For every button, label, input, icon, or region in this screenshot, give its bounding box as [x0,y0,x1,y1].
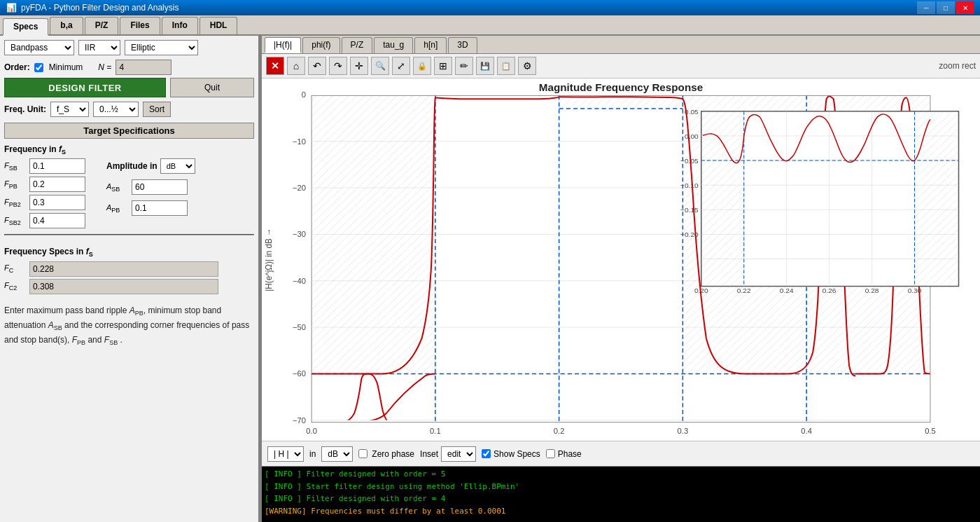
svg-text:0.20: 0.20 [694,287,708,294]
svg-rect-66 [915,111,959,287]
order-row: Order: Minimum N = [4,60,254,75]
sort-button[interactable]: Sort [143,102,171,117]
svg-text:0.3: 0.3 [678,427,689,435]
zero-phase-group: Zero phase [358,449,414,459]
design-filter-row: DESIGN FILTER Quit [4,78,254,97]
order-n-input[interactable] [115,60,172,75]
plot-tab-hn[interactable]: h[n] [414,37,447,53]
freq-unit-select[interactable]: f_S f_Nyq Hz [50,102,89,117]
quit-button[interactable]: Quit [170,78,254,97]
minimize-button[interactable]: ─ [917,1,935,14]
fpb2-input[interactable] [29,195,85,210]
tab-info[interactable]: Info [162,17,198,34]
log-line-2: [ INFO ] Start filter design using metho… [265,481,977,493]
toolbar-move-button[interactable]: ✛ [350,57,368,75]
toolbar-save-button[interactable]: 💾 [476,57,494,75]
asb-input[interactable] [132,179,188,195]
design-filter-button[interactable]: DESIGN FILTER [4,78,166,97]
order-label: Order: [4,62,30,72]
amp-item-asb: ASB [106,179,195,195]
fc2-input[interactable] [29,279,218,294]
frequency-label: Frequency in fS [4,144,254,156]
tab-pz-top[interactable]: P/Z [85,17,119,34]
freq-range-select[interactable]: 0...½ 0...1 -½...½ [93,102,139,117]
fpb2-label: FPB2 [4,198,27,208]
toolbar-pen-button[interactable]: ✏ [455,57,473,75]
maximize-button[interactable]: □ [937,1,955,14]
tab-ba[interactable]: b,a [50,17,83,34]
svg-text:0.1: 0.1 [430,427,441,435]
inset-group: Inset edit off on [420,446,476,462]
order-minimum-checkbox[interactable] [34,63,43,72]
close-button[interactable]: ✕ [956,1,974,14]
toolbar-lock-button[interactable]: 🔒 [413,57,431,75]
show-specs-checkbox[interactable] [482,449,491,458]
show-specs-label: Show Specs [493,449,540,459]
title-bar: 📊 pyFDA - Python Filter Design and Analy… [0,0,980,15]
tab-hdl[interactable]: HDL [200,17,238,34]
db-select[interactable]: dB V W [321,446,353,462]
zero-phase-checkbox[interactable] [358,449,368,458]
fc-input[interactable] [29,261,218,277]
phase-checkbox[interactable] [546,449,555,458]
filter-selector-row: Bandpass Lowpass Highpass Bandstop IIR F… [4,40,254,55]
toolbar-settings-button[interactable]: ⚙ [518,57,536,75]
zero-phase-label: Zero phase [372,449,414,459]
fsb-input[interactable] [29,158,85,174]
phase-group: Phase [546,449,582,459]
toolbar-grid-button[interactable]: ⊞ [434,57,452,75]
toolbar-zoom2-button[interactable]: ⤢ [392,57,410,75]
amplitude-unit-select[interactable]: dBVW [160,158,195,174]
phase-label: Phase [558,449,582,459]
amplitude-row: Amplitude in dBVW [106,158,195,174]
toolbar-home-button[interactable]: ⌂ [287,57,305,75]
plot-tab-phif[interactable]: phi(f) [302,37,340,53]
target-specs-header: Target Specifications [4,123,254,139]
body-container: Bandpass Lowpass Highpass Bandstop IIR F… [0,36,980,522]
log-panel[interactable]: [ INFO ] Filter designed with order = 5 … [262,466,980,522]
toolbar-zoom-button[interactable]: 🔍 [371,57,389,75]
toolbar-clear-button[interactable]: ✕ [266,57,284,75]
apb-input[interactable] [132,200,188,216]
plot-area: Magnitude Frequency Response [262,78,980,441]
app-container: Specs b,a P/Z Files Info HDL Bandpass Lo… [0,15,980,522]
filter-type-select[interactable]: Bandpass Lowpass Highpass Bandstop [4,40,74,55]
inset-select[interactable]: edit off on [441,446,476,462]
main-plot-svg: Magnitude Frequency Response [262,78,980,441]
plot-tab-3d[interactable]: 3D [448,37,477,53]
freq-specs-section: Frequency Specs in fS FC FC2 [4,247,254,294]
svg-text:0.2: 0.2 [554,427,565,435]
window-title: pyFDA - Python Filter Design and Analysi… [21,3,917,13]
h-select[interactable]: | H | H [267,446,304,462]
fpb-input[interactable] [29,177,85,192]
filter-design-select[interactable]: Elliptic Butterworth Chebyshev 1 Chebysh… [125,40,198,55]
tab-specs[interactable]: Specs [3,18,48,36]
svg-text:−0.05: −0.05 [680,157,699,165]
filter-method-select[interactable]: IIR FIR [78,40,120,55]
svg-text:−70: −70 [293,416,306,425]
app-icon: 📊 [6,2,17,13]
show-specs-group: Show Specs [482,449,540,459]
amplitude-label: Amplitude in [106,161,158,171]
toolbar-forward-button[interactable]: ↷ [329,57,347,75]
plot-toolbar: ✕ ⌂ ↶ ↷ ✛ 🔍 ⤢ 🔒 ⊞ ✏ 💾 📋 ⚙ zoom rect [262,54,980,78]
svg-text:0.28: 0.28 [865,287,879,294]
right-panel: |H(f)| phi(f) P/Z tau_g h[n] 3D ✕ ⌂ ↶ ↷ … [262,36,980,522]
toolbar-copy-button[interactable]: 📋 [497,57,515,75]
svg-text:0.22: 0.22 [737,287,751,294]
svg-text:−0.10: −0.10 [680,181,699,189]
fsb-label: FSB [4,161,27,172]
fsb2-input[interactable] [29,213,85,228]
window-controls[interactable]: ─ □ ✕ [917,1,974,14]
plot-tab-hf[interactable]: |H(f)| [265,37,301,53]
freq-unit-row: Freq. Unit: f_S f_Nyq Hz 0...½ 0...1 -½.… [4,102,254,117]
toolbar-back-button[interactable]: ↶ [308,57,326,75]
tab-files[interactable]: Files [120,17,160,34]
fc-label: FC [4,263,27,274]
n-label: N = [98,62,111,72]
plot-tab-pz[interactable]: P/Z [342,37,373,53]
svg-text:−30: −30 [293,231,306,239]
log-line-1: [ INFO ] Filter designed with order = 5 [265,468,977,481]
plot-tab-taug[interactable]: tau_g [374,37,413,53]
inset-label: Inset [420,449,438,459]
